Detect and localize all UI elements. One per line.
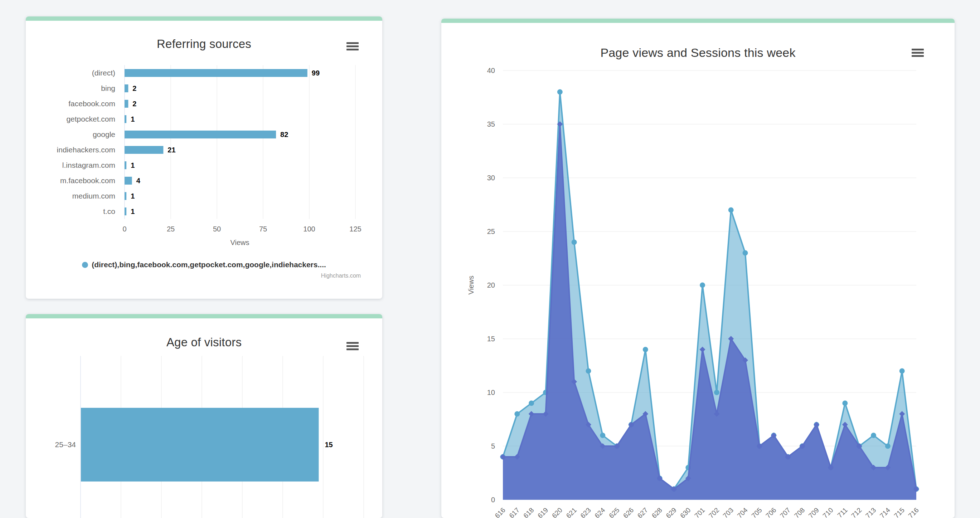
svg-text:50: 50 — [213, 225, 221, 233]
age-of-visitors-plot: 25–3415 — [26, 314, 382, 518]
bar-google[interactable] — [124, 130, 276, 138]
svg-text:712: 712 — [850, 506, 863, 518]
svg-text:709: 709 — [807, 506, 820, 518]
bar-t.co[interactable] — [124, 208, 126, 215]
bar-(direct)[interactable] — [124, 69, 307, 77]
svg-text:714: 714 — [878, 506, 892, 518]
point-marker — [643, 347, 648, 352]
category-label: t.co — [103, 207, 115, 215]
data-label: 99 — [312, 69, 320, 77]
category-label: m.facebook.com — [60, 176, 115, 184]
svg-text:704: 704 — [736, 506, 749, 518]
category-label: l.instagram.com — [62, 161, 115, 169]
svg-text:715: 715 — [892, 506, 906, 518]
svg-text:703: 703 — [722, 506, 735, 518]
point-marker — [842, 400, 848, 406]
svg-text:706: 706 — [764, 506, 777, 518]
svg-text:616: 616 — [493, 506, 507, 518]
highcharts-credit-link[interactable]: Highcharts.com — [321, 273, 361, 279]
data-label: 2 — [132, 100, 136, 108]
svg-text:711: 711 — [836, 506, 849, 518]
point-marker — [572, 240, 577, 245]
category-label: bing — [101, 84, 115, 92]
svg-text:35: 35 — [487, 120, 495, 128]
point-marker — [529, 400, 534, 406]
data-label: 1 — [130, 208, 135, 215]
data-label: 1 — [130, 161, 135, 169]
series-sessions[interactable] — [500, 121, 919, 500]
svg-text:705: 705 — [750, 506, 763, 518]
bar-getpocket.com[interactable] — [124, 115, 126, 123]
svg-text:30: 30 — [487, 174, 495, 182]
pageviews-sessions-plot: 0510152025303540Views6166176186196206216… — [441, 19, 955, 518]
category-label: indiehackers.com — [57, 146, 115, 154]
svg-text:15: 15 — [487, 335, 495, 343]
svg-text:628: 628 — [650, 506, 663, 518]
svg-text:710: 710 — [821, 506, 835, 518]
svg-text:100: 100 — [303, 225, 315, 233]
point-marker — [871, 433, 876, 438]
point-marker — [585, 369, 591, 374]
data-label: 2 — [132, 84, 136, 92]
bar-facebook.com[interactable] — [124, 100, 128, 108]
referring-sources-card: Referring sources 0255075100125Views(dir… — [26, 16, 382, 299]
svg-text:624: 624 — [593, 506, 607, 518]
category-label: facebook.com — [68, 99, 115, 108]
bar-indiehackers.com[interactable] — [124, 146, 163, 154]
svg-text:0: 0 — [123, 225, 126, 233]
svg-text:617: 617 — [508, 506, 521, 518]
point-marker — [743, 250, 748, 256]
data-label: 1 — [130, 115, 135, 123]
bar-m.facebook.com[interactable] — [124, 177, 132, 184]
point-marker — [885, 443, 891, 449]
svg-text:716: 716 — [907, 506, 920, 518]
svg-text:713: 713 — [864, 506, 877, 518]
legend-label: (direct),bing,facebook.com,getpocket.com… — [92, 261, 326, 269]
point-marker — [714, 390, 719, 395]
bar-l.instagram.com[interactable] — [124, 161, 126, 169]
svg-text:621: 621 — [565, 506, 578, 518]
svg-text:0: 0 — [491, 496, 495, 504]
legend-item[interactable]: (direct),bing,facebook.com,getpocket.com… — [26, 261, 382, 269]
bar-25–34[interactable] — [81, 408, 319, 481]
category-label: (direct) — [92, 69, 115, 77]
data-label: 1 — [130, 192, 135, 200]
point-marker — [557, 89, 563, 95]
point-marker — [729, 208, 734, 213]
svg-text:40: 40 — [487, 67, 495, 75]
bar-medium.com[interactable] — [124, 192, 126, 200]
bar-series[interactable]: (direct)99bing2facebook.com2getpocket.co… — [57, 69, 320, 215]
data-label: 15 — [325, 441, 333, 449]
point-marker — [899, 369, 905, 374]
bar-bing[interactable] — [124, 84, 128, 92]
svg-text:618: 618 — [522, 506, 535, 518]
pageviews-sessions-card: Page views and Sessions this week 051015… — [441, 19, 955, 518]
svg-text:620: 620 — [550, 506, 564, 518]
svg-text:702: 702 — [707, 506, 721, 518]
svg-text:626: 626 — [622, 506, 635, 518]
age-of-visitors-card: Age of visitors 25–3415 — [26, 314, 382, 518]
referring-sources-plot: 0255075100125Views(direct)99bing2faceboo… — [26, 16, 382, 299]
svg-text:619: 619 — [536, 506, 549, 518]
svg-text:10: 10 — [487, 389, 495, 396]
svg-text:708: 708 — [793, 506, 806, 518]
svg-text:75: 75 — [259, 225, 267, 233]
data-label: 4 — [136, 177, 141, 184]
svg-text:625: 625 — [608, 506, 620, 518]
svg-text:701: 701 — [693, 506, 706, 518]
svg-text:20: 20 — [487, 281, 495, 289]
svg-text:25: 25 — [487, 227, 495, 235]
data-label: 82 — [280, 130, 288, 138]
svg-text:707: 707 — [778, 506, 792, 518]
svg-text:5: 5 — [491, 442, 495, 450]
point-marker — [514, 412, 520, 417]
svg-text:125: 125 — [349, 225, 361, 233]
point-marker — [600, 433, 605, 438]
point-marker — [700, 283, 705, 288]
svg-text:627: 627 — [636, 506, 649, 518]
svg-text:25: 25 — [167, 225, 175, 233]
xaxis-labels: 6166176186196206216236246256266276286296… — [493, 506, 920, 518]
category-label: google — [93, 130, 115, 138]
category-label: medium.com — [72, 192, 115, 200]
analytics-dashboard: Referring sources 0255075100125Views(dir… — [0, 0, 980, 518]
